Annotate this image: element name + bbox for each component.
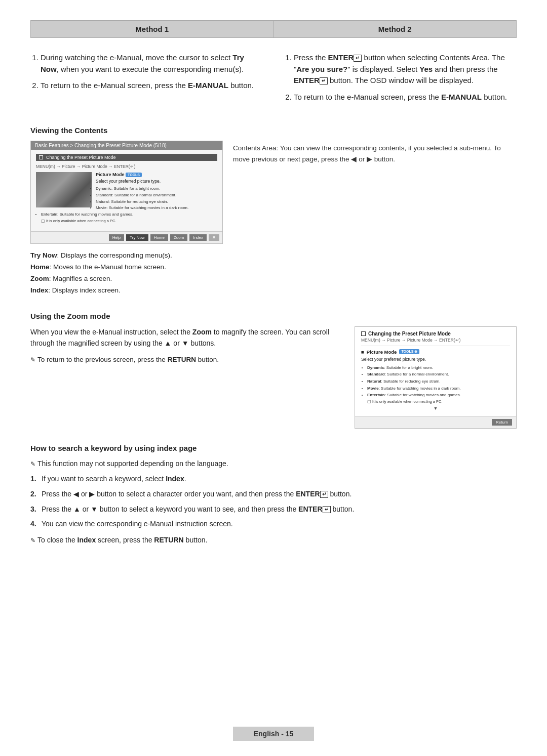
method2-item2: To return to the e-Manual screen, press … <box>294 92 517 103</box>
emanual-list-item: ▢ It is only available when connecting a… <box>41 218 217 224</box>
emanual-list-item: Entertain: Suitable for watching movies … <box>41 212 217 218</box>
caption-home: Home: Moves to the e-Manual home screen. <box>30 262 517 273</box>
emanual-screen-body: Changing the Preset Picture Mode MENU(m)… <box>31 150 222 228</box>
zoom-panel-menu: MENU(m) → Picture → Picture Mode → ENTER… <box>361 338 510 343</box>
zoom-list-item-note: ▢ It is only available when connecting a… <box>367 399 510 405</box>
index-list-item1: 1. If you want to search a keyword, sele… <box>30 474 517 485</box>
viewing-caption: Try Now: Displays the corresponding menu… <box>30 250 517 297</box>
caption-index: Index: Displays index screen. <box>30 285 517 297</box>
index-note: ✎ This function may not supported depend… <box>30 458 517 470</box>
zoom-return-btn[interactable]: Return <box>492 419 512 426</box>
zoom-panel-body: Changing the Preset Picture Mode MENU(m)… <box>355 327 516 416</box>
zoom-panel-picture-mode: ■ Picture Mode TOOLS ⊕ <box>361 349 510 355</box>
zoom-panel-list: Dynamic: Suitable for a bright room. Sta… <box>361 364 510 405</box>
try-now-btn[interactable]: Try Now <box>126 234 148 241</box>
caption-zoom: Zoom: Magnifies a screen. <box>30 273 517 285</box>
zoom-section-title: Using the Zoom mode <box>30 312 517 320</box>
zoom-text: When you view the e-Manual instruction, … <box>30 326 339 365</box>
index-note-pencil-icon: ✎ <box>30 459 35 469</box>
methods-content: During watching the e-Manual, move the c… <box>30 52 517 108</box>
emanual-menu-path: MENU(m) → Picture → Picture Mode → ENTER… <box>36 164 217 169</box>
zoom-btn[interactable]: Zoom <box>170 234 187 241</box>
method2-section: Press the ENTER↵ button when selecting C… <box>284 52 517 108</box>
method1-item1: During watching the e-Manual, move the c… <box>41 52 263 75</box>
zoom-para: When you view the e-Manual instruction, … <box>30 326 339 349</box>
emanual-title-bar: Changing the Preset Picture Mode <box>36 154 217 161</box>
index-closing-note: ✎ To close the Index screen, press the R… <box>30 535 517 546</box>
note-pencil-icon: ✎ <box>30 355 35 365</box>
page-footer: English - 15 <box>233 727 314 741</box>
index-section-title: How to search a keyword by using index p… <box>30 444 517 452</box>
zoom-list-item: Standard: Suitable for a normal environm… <box>367 371 510 378</box>
zoom-panel-footer: Return <box>355 416 516 428</box>
viewing-contents-section: Viewing the Contents Basic Features > Ch… <box>30 126 517 297</box>
emanual-picture-badge: TOOLS <box>126 173 142 177</box>
index-btn[interactable]: Index <box>189 234 207 241</box>
index-closing-note-text: To close the Index screen, press the RET… <box>37 535 207 546</box>
zoom-panel-select: Select your preferred picture type. <box>361 357 510 362</box>
index-note-text: This function may not supported dependin… <box>37 458 228 470</box>
method1-header: Method 1 <box>31 21 274 37</box>
index-list-item4: 4. You can view the corresponding e-Manu… <box>30 519 517 530</box>
method1-section: During watching the e-Manual, move the c… <box>30 52 263 108</box>
zoom-section: Using the Zoom mode When you view the e-… <box>30 312 517 429</box>
zoom-panel-arrow-icon: ▼ <box>361 405 510 412</box>
zoom-panel-title: Changing the Preset Picture Mode <box>361 331 510 337</box>
caption-trynow: Try Now: Displays the corresponding menu… <box>30 250 517 262</box>
help-btn[interactable]: Help <box>109 234 124 241</box>
index-closing-note-icon: ✎ <box>30 536 35 545</box>
index-list-item2: 2. Press the ◀ or ▶ button to select a c… <box>30 489 517 500</box>
index-list: 1. If you want to search a keyword, sele… <box>30 474 517 530</box>
method2-header: Method 2 <box>274 21 517 37</box>
zoom-list-item: Movie: Suitable for watching movies in a… <box>367 385 510 392</box>
zoom-content: When you view the e-Manual instruction, … <box>30 326 517 429</box>
zoom-panel-badge: TOOLS ⊕ <box>399 349 419 354</box>
zoom-note-text: To return to the previous screen, press … <box>37 354 219 365</box>
home-btn[interactable]: Home <box>150 234 168 241</box>
index-list-item3: 3. Press the ▲ or ▼ button to select a k… <box>30 504 517 515</box>
zoom-list-item: Natural: Suitable for reducing eye strai… <box>367 378 510 385</box>
viewing-contents-title: Viewing the Contents <box>30 126 517 135</box>
viewing-contents-desc: Contents Area: You can view the correspo… <box>233 141 517 164</box>
zoom-panel-checkbox-icon <box>361 331 366 336</box>
emanual-footer: Help Try Now Home Zoom Index ✕ <box>31 231 222 243</box>
emanual-checkbox-icon <box>39 155 43 159</box>
emanual-screen-mockup: Basic Features > Changing the Preset Pic… <box>30 141 223 244</box>
method2-item1: Press the ENTER↵ button when selecting C… <box>294 52 517 87</box>
close-btn[interactable]: ✕ <box>209 234 219 241</box>
zoom-panel-mockup: Changing the Preset Picture Mode MENU(m)… <box>355 326 517 429</box>
zoom-note: ✎ To return to the previous screen, pres… <box>30 354 339 365</box>
method1-item2: To return to the e-Manual screen, press … <box>41 80 263 92</box>
emanual-image-placeholder <box>36 172 92 207</box>
methods-header: Method 1 Method 2 <box>30 20 517 38</box>
zoom-list-item: Dynamic: Suitable for a bright room. <box>367 364 510 371</box>
emanual-content-title-bar: Changing the Preset Picture Mode <box>46 155 116 160</box>
emanual-screen-header: Basic Features > Changing the Preset Pic… <box>31 141 222 150</box>
index-section: How to search a keyword by using index p… <box>30 444 517 545</box>
zoom-list-item: Entertain: Suitable for watching movies … <box>367 392 510 399</box>
